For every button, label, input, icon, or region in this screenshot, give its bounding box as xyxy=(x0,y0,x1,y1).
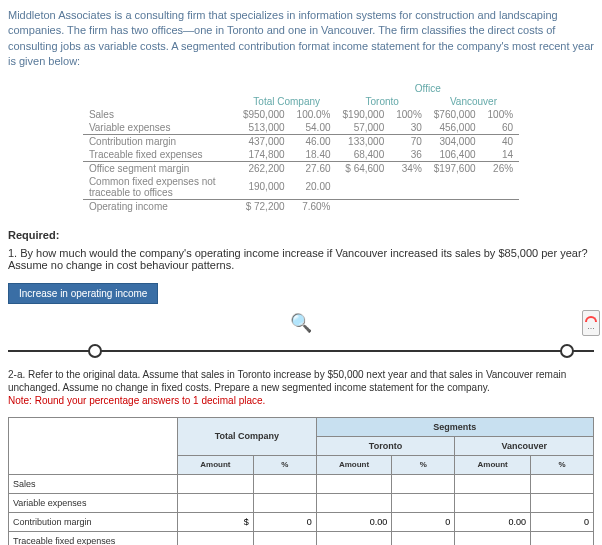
ans-row-variable: Variable expenses xyxy=(9,493,594,512)
row-common-fixed: Common fixed expenses not traceable to o… xyxy=(83,175,519,200)
magnify-icon[interactable]: 🔍 xyxy=(8,312,594,334)
ans-row-sales: Sales xyxy=(9,474,594,493)
input[interactable] xyxy=(182,479,249,489)
handle-left[interactable] xyxy=(88,344,102,358)
col-total-company: Total Company xyxy=(237,95,337,108)
office-header: Office xyxy=(337,82,520,95)
row-sales: Sales $950,000100.0% $190,000100% $760,0… xyxy=(83,108,519,121)
question-2a: 2-a. Refer to the original data. Assume … xyxy=(8,368,594,407)
side-widget[interactable]: … xyxy=(582,310,600,336)
ans-col-total: Total Company xyxy=(178,417,317,455)
required-heading: Required: xyxy=(8,229,594,241)
col-toronto: Toronto xyxy=(337,95,428,108)
problem-intro: Middleton Associates is a consulting fir… xyxy=(8,8,594,70)
answer-table: Total Company Segments Toronto Vancouver… xyxy=(8,417,594,545)
divider-line xyxy=(8,350,594,352)
ans-row-cm: Contribution margin xyxy=(9,512,594,531)
tab-increase-operating-income[interactable]: Increase in operating income xyxy=(8,283,158,304)
row-variable-expenses: Variable expenses 513,00054.00 57,00030 … xyxy=(83,121,519,135)
income-statement-table: Office Total Company Toronto Vancouver S… xyxy=(83,82,519,213)
ans-row-traceable: Traceable fixed expenses xyxy=(9,531,594,545)
ans-col-toronto: Toronto xyxy=(316,436,455,455)
row-segment-margin: Office segment margin 262,20027.60 $ 64,… xyxy=(83,161,519,175)
handle-right[interactable] xyxy=(560,344,574,358)
ans-segments-hdr: Segments xyxy=(316,417,593,436)
question-1: 1. By how much would the company's opera… xyxy=(8,247,594,271)
row-operating-income: Operating income $ 72,2007.60% xyxy=(83,199,519,213)
rounding-note: Note: Round your percentage answers to 1… xyxy=(8,395,265,406)
col-vancouver: Vancouver xyxy=(428,95,519,108)
ans-col-vancouver: Vancouver xyxy=(455,436,594,455)
row-traceable-fixed: Traceable fixed expenses 174,80018.40 68… xyxy=(83,148,519,162)
row-contribution-margin: Contribution margin 437,00046.00 133,000… xyxy=(83,134,519,148)
